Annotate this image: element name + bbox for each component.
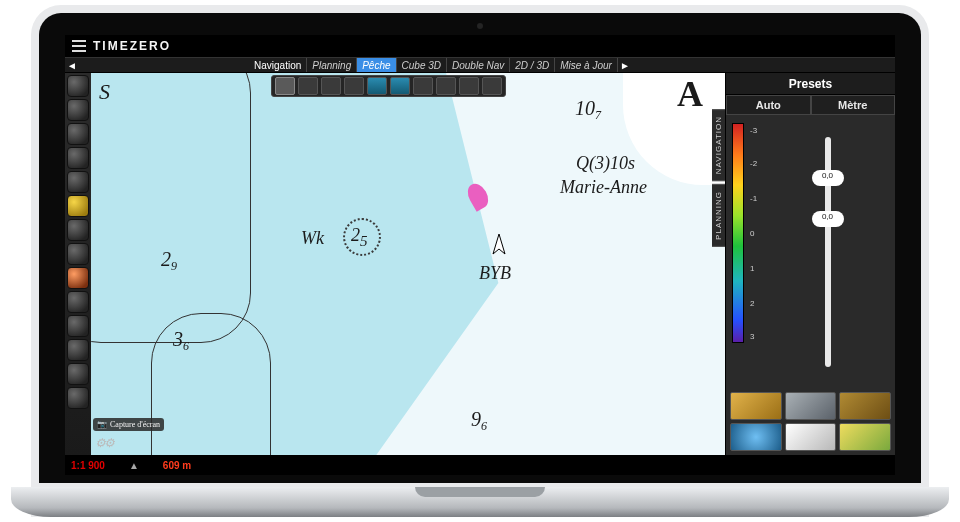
tool-button-9[interactable] bbox=[67, 267, 89, 289]
tick-n2: -2 bbox=[750, 158, 757, 167]
light-characteristic: Q(3)10s bbox=[576, 153, 635, 174]
status-scale: 1:1 900 bbox=[71, 460, 105, 471]
settings-gear-icon[interactable]: ⚙⚙ bbox=[95, 436, 113, 451]
app-title: TIMEZERO bbox=[93, 39, 171, 53]
presets-panel: Presets Auto Mètre -3 -2 -1 0 bbox=[725, 73, 895, 455]
tool-button-7[interactable] bbox=[67, 219, 89, 241]
tick-n3: -3 bbox=[750, 125, 757, 134]
preset-thumbnails bbox=[726, 388, 895, 455]
capture-screenshot-button[interactable]: 📷 Capture d'écran bbox=[93, 418, 164, 431]
tool-button-12[interactable] bbox=[67, 339, 89, 361]
screen-bezel: TIMEZERO ◄ Navigation Planning Pêche Cub… bbox=[39, 13, 921, 483]
tool-button-3[interactable] bbox=[67, 123, 89, 145]
left-toolbar bbox=[65, 73, 91, 455]
slider-handle-top[interactable]: 0,0 bbox=[811, 165, 845, 191]
tab-planning[interactable]: Planning bbox=[307, 58, 357, 72]
overlay-btn-4[interactable] bbox=[344, 77, 364, 95]
depth-36: 36 bbox=[173, 328, 189, 354]
map-side-tabs: NAVIGATION PLANNING bbox=[712, 109, 725, 247]
status-bar: 1:1 900 ▲ 609 m bbox=[65, 455, 895, 475]
preset-thumb-1[interactable] bbox=[730, 392, 782, 420]
workspace-tabbar: ◄ Navigation Planning Pêche Cube 3D Doub… bbox=[65, 57, 895, 73]
slider-handle-bottom[interactable]: 0,0 bbox=[811, 206, 845, 232]
color-gradient bbox=[732, 123, 744, 343]
tab-scroll-right-icon[interactable]: ► bbox=[618, 58, 632, 72]
overlay-btn-sonar[interactable] bbox=[367, 77, 387, 95]
tool-button-8[interactable] bbox=[67, 243, 89, 265]
wreck-value: 25 bbox=[351, 225, 368, 250]
app-topbar: TIMEZERO bbox=[65, 35, 895, 57]
app-screen: TIMEZERO ◄ Navigation Planning Pêche Cub… bbox=[65, 35, 895, 475]
slider-bottom-value: 0,0 bbox=[822, 212, 833, 221]
content-area: S A 29 36 96 107 Wk 25 BYB Q(3)10s Mar bbox=[65, 73, 895, 455]
hamburger-menu-icon[interactable] bbox=[65, 45, 93, 47]
depth-29: 29 bbox=[161, 248, 177, 274]
tab-cube3d[interactable]: Cube 3D bbox=[397, 58, 447, 72]
tool-button-10[interactable] bbox=[67, 291, 89, 313]
scales-row: -3 -2 -1 0 1 2 3 bbox=[726, 115, 895, 388]
preset-thumb-3[interactable] bbox=[839, 392, 891, 420]
overlay-btn-10[interactable] bbox=[482, 77, 502, 95]
tool-button-5[interactable] bbox=[67, 171, 89, 193]
overlay-btn-3[interactable] bbox=[321, 77, 341, 95]
col-header-auto[interactable]: Auto bbox=[726, 95, 811, 115]
preset-thumb-4[interactable] bbox=[730, 423, 782, 451]
side-tab-navigation[interactable]: NAVIGATION bbox=[712, 109, 725, 181]
slider-track: 0,0 0,0 bbox=[825, 137, 831, 367]
tab-double-nav[interactable]: Double Nav bbox=[447, 58, 510, 72]
tab-peche[interactable]: Pêche bbox=[357, 58, 396, 72]
tick-n1: -1 bbox=[750, 193, 757, 202]
status-range: 609 m bbox=[163, 460, 191, 471]
tool-button-1[interactable] bbox=[67, 75, 89, 97]
tool-button-2[interactable] bbox=[67, 99, 89, 121]
map-letter-s: S bbox=[99, 79, 110, 105]
tab-navigation[interactable]: Navigation bbox=[249, 58, 307, 72]
overlay-btn-compass[interactable] bbox=[275, 77, 295, 95]
wreck-label: Wk bbox=[301, 228, 324, 249]
depth-color-scale: -3 -2 -1 0 1 2 3 bbox=[732, 123, 756, 380]
preset-thumb-2[interactable] bbox=[785, 392, 837, 420]
feature-name: Marie-Anne bbox=[560, 177, 647, 198]
tool-button-hand[interactable] bbox=[67, 195, 89, 217]
col-header-metre[interactable]: Mètre bbox=[811, 95, 896, 115]
depth-96: 96 bbox=[471, 408, 487, 434]
side-tab-planning[interactable]: PLANNING bbox=[712, 184, 725, 247]
slider-top-value: 0,0 bbox=[822, 171, 833, 180]
tick-3: 3 bbox=[750, 332, 754, 341]
map-overlay-toolbar bbox=[271, 75, 506, 97]
camera-dot bbox=[477, 23, 483, 29]
preset-thumb-5[interactable] bbox=[785, 423, 837, 451]
tool-button-13[interactable] bbox=[67, 363, 89, 385]
overlay-btn-9[interactable] bbox=[459, 77, 479, 95]
laptop-frame: TIMEZERO ◄ Navigation Planning Pêche Cub… bbox=[31, 5, 929, 517]
laptop-notch bbox=[415, 487, 545, 497]
tool-button-14[interactable] bbox=[67, 387, 89, 409]
tick-2: 2 bbox=[750, 299, 754, 308]
heading-icon: ▲ bbox=[129, 460, 139, 471]
preset-thumb-6[interactable] bbox=[839, 423, 891, 451]
presets-column-headers: Auto Mètre bbox=[726, 95, 895, 115]
depth-107: 107 bbox=[575, 97, 601, 123]
tool-button-11[interactable] bbox=[67, 315, 89, 337]
land-letter: A bbox=[677, 73, 711, 115]
chart-canvas[interactable]: S A 29 36 96 107 Wk 25 BYB Q(3)10s Mar bbox=[91, 73, 725, 455]
laptop-base bbox=[11, 487, 949, 517]
tick-1: 1 bbox=[750, 264, 754, 273]
tab-update[interactable]: Mise à Jour bbox=[555, 58, 618, 72]
overlay-btn-8[interactable] bbox=[436, 77, 456, 95]
overlay-btn-7[interactable] bbox=[413, 77, 433, 95]
camera-icon: 📷 bbox=[97, 420, 107, 429]
buoy-byb: BYB bbox=[479, 263, 511, 284]
tool-button-4[interactable] bbox=[67, 147, 89, 169]
own-ship-icon bbox=[491, 233, 507, 255]
range-slider[interactable]: 0,0 0,0 bbox=[766, 123, 889, 380]
tick-0: 0 bbox=[750, 229, 754, 238]
overlay-btn-2[interactable] bbox=[298, 77, 318, 95]
overlay-btn-radar[interactable] bbox=[390, 77, 410, 95]
capture-label: Capture d'écran bbox=[110, 420, 160, 429]
presets-header: Presets bbox=[726, 73, 895, 95]
tab-2d3d[interactable]: 2D / 3D bbox=[510, 58, 555, 72]
tab-scroll-left-icon[interactable]: ◄ bbox=[65, 58, 79, 72]
